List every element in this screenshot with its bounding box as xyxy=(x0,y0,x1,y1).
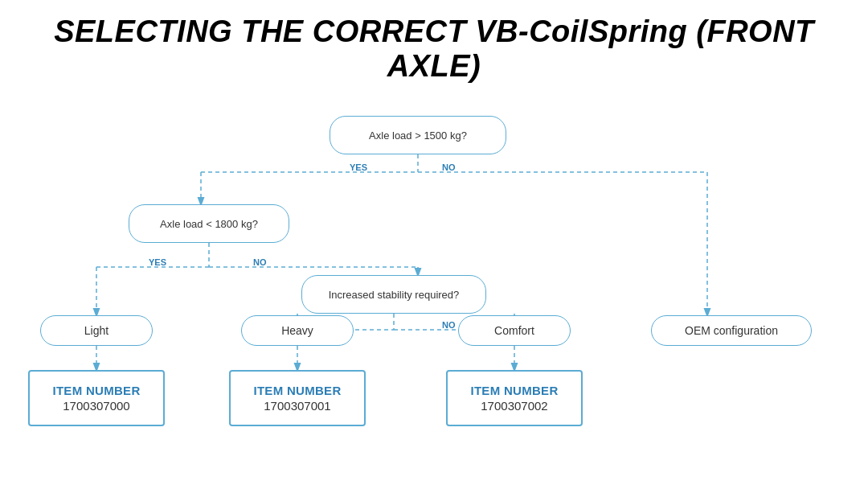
svg-text:YES: YES xyxy=(149,257,166,267)
item-2-label: ITEM NUMBER xyxy=(253,384,341,397)
decision-box-1: Axle load > 1500 kg? xyxy=(330,116,506,154)
item-box-3: ITEM NUMBER 1700307002 xyxy=(446,370,583,426)
item-box-1: ITEM NUMBER 1700307000 xyxy=(28,370,165,426)
svg-text:NO: NO xyxy=(253,257,267,267)
page: SELECTING THE CORRECT VB-CoilSpring (FRO… xyxy=(0,0,868,489)
page-title: SELECTING THE CORRECT VB-CoilSpring (FRO… xyxy=(16,0,852,92)
decision-3-text: Increased stability required? xyxy=(329,289,460,301)
item-2-number: 1700307001 xyxy=(264,399,330,413)
result-light: Light xyxy=(40,315,153,346)
item-1-label: ITEM NUMBER xyxy=(52,384,140,397)
item-1-number: 1700307000 xyxy=(63,399,129,413)
decision-box-3: Increased stability required? xyxy=(301,275,486,314)
item-box-2: ITEM NUMBER 1700307001 xyxy=(229,370,366,426)
item-3-label: ITEM NUMBER xyxy=(470,384,558,397)
diagram: YES NO YES NO YES NO Axle load > 1500 kg… xyxy=(16,92,852,486)
decision-box-2: Axle load < 1800 kg? xyxy=(129,204,289,243)
result-heavy: Heavy xyxy=(241,315,354,346)
decision-2-text: Axle load < 1800 kg? xyxy=(160,218,258,230)
decision-1-text: Axle load > 1500 kg? xyxy=(369,129,467,142)
svg-text:NO: NO xyxy=(442,320,456,330)
svg-text:NO: NO xyxy=(442,162,456,172)
svg-text:YES: YES xyxy=(350,162,367,172)
result-oem: OEM configuration xyxy=(651,315,812,346)
result-comfort: Comfort xyxy=(458,315,571,346)
item-3-number: 1700307002 xyxy=(481,399,547,413)
